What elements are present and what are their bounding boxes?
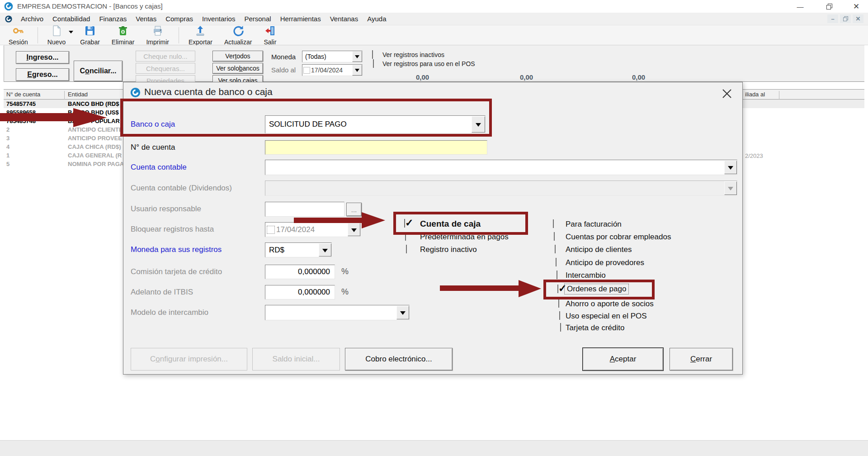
bloquear-date-combo[interactable]: 17/04/2024 [265, 222, 361, 237]
menu-compras[interactable]: Compras [161, 13, 198, 25]
toolbar-exit-button[interactable]: Salir [258, 26, 282, 45]
moneda-filter-combo[interactable]: (Todas) [302, 51, 363, 62]
cuentas-cobrar-empleados-checkbox[interactable] [554, 232, 555, 241]
usuario-responsable-input[interactable] [265, 202, 344, 217]
toolbar-separator [38, 27, 38, 43]
mdi-close-button[interactable]: ✕ [853, 14, 863, 23]
saldo-dropdown-arrow-icon[interactable] [352, 65, 362, 76]
adelanto-itbis-input[interactable]: 0,000000 [265, 285, 335, 299]
menu-finanzas[interactable]: Finanzas [94, 13, 131, 25]
new-document-icon [51, 25, 62, 38]
toolbar-session-button[interactable]: Sesión [3, 26, 34, 45]
menu-ventas[interactable]: Ventas [131, 13, 161, 25]
date-enable-checkbox[interactable] [303, 67, 310, 74]
cuenta-dividendos-combo [265, 180, 737, 196]
column-header-entidad[interactable]: Entidad [68, 91, 88, 98]
status-area [0, 440, 868, 456]
anticipo-clientes-label: Anticipo de clientes [566, 245, 632, 254]
annotation-arrow-cuenta-caja-shaft [294, 218, 363, 223]
column-header-cuenta[interactable]: N° de cuenta [6, 91, 40, 98]
moneda-registros-label: Moneda para sus registros [131, 245, 222, 255]
menu-contabilidad[interactable]: Contabilidad [48, 13, 94, 25]
moneda-registros-combo[interactable]: RD$ [265, 242, 332, 257]
comision-tarjeta-input[interactable]: 0,000000 [265, 265, 335, 279]
balance-total-2: 0,00 [520, 73, 533, 81]
ver-solo-bancos-button[interactable]: Ver solo bancos [212, 63, 263, 74]
menu-ventanas[interactable]: Ventanas [326, 13, 363, 25]
ver-registros-inactivos-label: Ver registros inactivos [382, 51, 444, 58]
usuario-browse-button[interactable]: ... [346, 203, 362, 216]
saldo-al-label: Saldo al [271, 66, 296, 74]
mdi-restore-button[interactable] [840, 14, 851, 23]
configurar-impresion-button[interactable]: Configurar impresión... [131, 348, 247, 370]
ver-registros-inactivos-checkbox[interactable] [372, 50, 373, 59]
cuenta-dividendos-dropdown-arrow-icon [724, 181, 737, 195]
intercambio-checkbox[interactable] [557, 271, 557, 279]
window-close-button[interactable]: ✕ [847, 2, 865, 11]
toolbar-export-button[interactable]: Exportar [183, 26, 218, 45]
window-title: EMPRESA DEMOSTRACION - [Bancos y cajas] [17, 2, 163, 10]
ver-registros-pos-checkbox[interactable] [373, 59, 374, 68]
toolbar-print-button[interactable]: Imprimir [140, 26, 175, 45]
tarjeta-credito-checkbox[interactable] [560, 323, 561, 332]
anticipo-provedores-checkbox[interactable] [556, 258, 557, 266]
annotation-box-banco-o-caja [120, 99, 492, 137]
bloquear-dropdown-arrow-icon[interactable] [348, 223, 360, 236]
ver-registros-pos-label: Ver registros para uso en el POS [382, 60, 475, 67]
ver-todos-button[interactable]: Ver todos [212, 51, 263, 62]
dialog-close-icon[interactable] [721, 88, 733, 101]
column-header-conciliada[interactable]: iliada al [745, 91, 765, 98]
para-facturacion-checkbox[interactable] [553, 219, 554, 228]
toolbar-delete-button[interactable]: Eliminar [106, 26, 141, 45]
cobro-electronico-button[interactable]: Cobro electrónico... [345, 348, 453, 370]
aceptar-button[interactable]: Aceptar [583, 348, 663, 370]
toolbar-save-button[interactable]: Grabar [74, 26, 106, 45]
chequeras-button[interactable]: Chequeras... [136, 63, 195, 74]
bloquear-date-value: 17/04/2024 [275, 225, 348, 234]
numero-cuenta-label: N° de cuenta [131, 142, 175, 152]
menu-herramientas[interactable]: Herramientas [276, 13, 326, 25]
window-minimize-button[interactable]: — [791, 2, 809, 11]
annotation-arrow-ordenes-shaft [440, 285, 519, 291]
ingreso-button[interactable]: Ingreso... [16, 51, 69, 64]
moneda-registros-dropdown-arrow-icon[interactable] [319, 243, 331, 256]
anticipo-clientes-checkbox[interactable] [555, 245, 556, 253]
toolbar-new-button[interactable]: Nuevo [42, 26, 71, 45]
cuenta-contable-dropdown-arrow-icon[interactable] [724, 161, 737, 174]
annotation-box-cuenta-de-caja [393, 212, 528, 235]
uso-especial-pos-checkbox[interactable] [559, 311, 560, 320]
moneda-filter-label: Moneda [271, 53, 296, 61]
menu-inventarios[interactable]: Inventarios [198, 13, 240, 25]
window-restore-button[interactable] [820, 2, 838, 11]
intercambio-label: Intercambio [566, 271, 606, 280]
saldo-date-value: 17/04/2024 [310, 66, 352, 74]
anticipo-provedores-label: Anticipo de provedores [566, 258, 644, 267]
moneda-filter-value: (Todas) [302, 51, 352, 62]
menu-personal[interactable]: Personal [240, 13, 275, 25]
cerrar-button[interactable]: Cerrar [670, 348, 733, 370]
cuenta-contable-label: Cuenta contable [131, 162, 187, 172]
toolbar-separator [179, 27, 179, 43]
mdi-minimize-button[interactable]: – [827, 14, 838, 23]
numero-cuenta-input[interactable] [265, 140, 487, 155]
adelanto-percent-label: % [341, 287, 349, 297]
saldo-inicial-button[interactable]: Saldo inicial... [252, 348, 340, 370]
egreso-button[interactable]: Egreso... [16, 68, 69, 81]
moneda-registros-value: RD$ [265, 246, 319, 255]
bloquear-date-enable-checkbox[interactable] [267, 226, 275, 234]
ahorro-aporte-socios-checkbox[interactable] [558, 299, 559, 308]
menu-archivo[interactable]: Archivo [16, 13, 48, 25]
registro-inactivo-checkbox[interactable] [406, 245, 407, 253]
toolbar-refresh-button[interactable]: Actualizar [218, 26, 258, 45]
app-logo-icon [4, 1, 14, 13]
menu-ayuda[interactable]: Ayuda [363, 13, 391, 25]
saldo-date-combo[interactable]: 17/04/2024 [302, 64, 363, 76]
moneda-dropdown-arrow-icon[interactable] [352, 51, 362, 62]
modelo-intercambio-label: Modelo de intercambio [131, 308, 208, 318]
new-dropdown-caret[interactable] [69, 28, 73, 36]
modelo-intercambio-combo[interactable] [265, 305, 410, 320]
modelo-dropdown-arrow-icon[interactable] [396, 306, 409, 319]
cheque-nulo-button[interactable]: Cheque nulo... [136, 51, 195, 62]
conciliar-button[interactable]: Conciliar... [74, 61, 123, 81]
cuenta-contable-combo[interactable] [265, 160, 737, 175]
